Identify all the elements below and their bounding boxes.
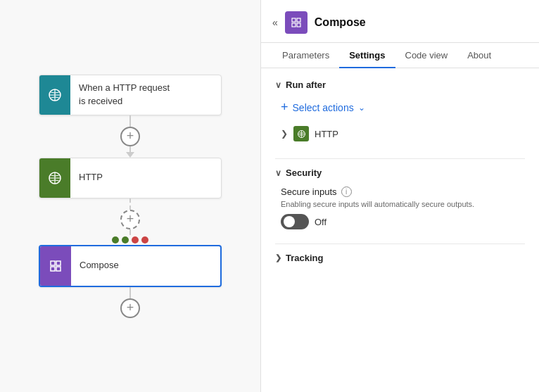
svg-rect-13 xyxy=(297,23,300,27)
select-actions-plus-icon: + xyxy=(281,100,288,115)
security-body: Secure inputs i Enabling secure inputs w… xyxy=(275,186,525,229)
select-actions-chevron-icon: ⌄ xyxy=(358,103,365,113)
line-1 xyxy=(129,115,131,127)
http-expand-icon[interactable]: ❯ xyxy=(281,129,288,139)
workflow-steps: When a HTTP requestis received + HTTP xyxy=(39,75,222,318)
secure-inputs-hint: Enabling secure inputs will automaticall… xyxy=(281,200,525,208)
panel-collapse-icon[interactable]: « xyxy=(272,17,278,28)
tab-about[interactable]: About xyxy=(457,43,501,68)
http-item-icon xyxy=(293,126,309,141)
step-http-request-label: When a HTTP requestis received xyxy=(70,76,178,113)
svg-rect-7 xyxy=(56,261,61,265)
right-panel: « Compose Parameters Settings Code view … xyxy=(261,0,539,392)
secure-inputs-label: Secure inputs xyxy=(281,186,337,197)
panel-header: « Compose xyxy=(261,0,539,43)
step-compose-label: Compose xyxy=(71,253,127,277)
step-http-icon xyxy=(39,158,70,198)
compose-header-icon xyxy=(285,11,307,34)
dot-3 xyxy=(132,236,139,244)
step-http[interactable]: HTTP xyxy=(39,158,222,198)
security-header[interactable]: ∨ Security xyxy=(275,167,525,178)
step-compose[interactable]: Compose xyxy=(39,245,222,287)
http-item-label: HTTP xyxy=(315,129,338,139)
workflow-canvas: When a HTTP requestis received + HTTP xyxy=(0,0,260,392)
add-step-2[interactable]: + xyxy=(120,210,140,229)
step-compose-icon xyxy=(40,246,71,286)
tracking-header[interactable]: ❯ Tracking xyxy=(275,253,525,263)
tracking-label: Tracking xyxy=(286,253,323,263)
svg-rect-6 xyxy=(51,261,55,265)
line-2 xyxy=(129,146,131,152)
security-toggle-icon: ∨ xyxy=(275,168,281,178)
security-label: Security xyxy=(286,167,322,178)
arrow-1 xyxy=(126,152,134,158)
toggle-knob xyxy=(284,216,295,227)
security-section: ∨ Security Secure inputs i Enabling secu… xyxy=(275,167,525,229)
connector-1: + xyxy=(120,115,140,158)
dot-2 xyxy=(122,236,129,244)
line-4 xyxy=(129,229,131,235)
line-5 xyxy=(129,287,131,298)
tracking-expand-icon: ❯ xyxy=(275,253,281,263)
connector-2: + xyxy=(120,198,140,235)
section-divider-2 xyxy=(275,244,525,244)
dot-1 xyxy=(112,236,119,244)
tracking-section: ❯ Tracking xyxy=(275,253,525,263)
secure-inputs-info-icon[interactable]: i xyxy=(341,186,352,197)
secure-inputs-row: Secure inputs i xyxy=(281,186,525,197)
select-actions-button[interactable]: + Select actions ⌄ xyxy=(281,99,525,116)
svg-rect-8 xyxy=(51,267,55,271)
tab-parameters[interactable]: Parameters xyxy=(272,43,339,68)
panel-content: ∨ Run after + Select actions ⌄ ❯ xyxy=(261,68,539,392)
panel-title: Compose xyxy=(315,16,366,29)
svg-rect-11 xyxy=(297,18,300,22)
panel-tabs: Parameters Settings Code view About xyxy=(261,43,539,68)
add-step-3[interactable]: + xyxy=(120,298,140,318)
tab-code-view[interactable]: Code view xyxy=(395,43,458,68)
svg-rect-9 xyxy=(56,267,61,271)
add-step-1[interactable]: + xyxy=(120,127,140,146)
dot-4 xyxy=(141,236,148,244)
run-after-toggle-icon: ∨ xyxy=(275,80,281,90)
tab-settings[interactable]: Settings xyxy=(339,43,395,68)
step-http-request[interactable]: When a HTTP requestis received xyxy=(39,75,222,115)
status-dots xyxy=(112,236,148,244)
http-run-after-item: ❯ HTTP xyxy=(281,123,525,144)
step-http-request-icon xyxy=(39,75,70,115)
run-after-header[interactable]: ∨ Run after xyxy=(275,80,525,90)
select-actions-label: Select actions xyxy=(293,102,354,113)
secure-inputs-toggle-row: Off xyxy=(281,214,525,229)
svg-rect-10 xyxy=(292,18,296,22)
secure-inputs-toggle[interactable] xyxy=(281,214,309,229)
line-3 xyxy=(129,198,131,210)
connector-3: + xyxy=(120,287,140,318)
section-divider-1 xyxy=(275,158,525,159)
run-after-section: ∨ Run after + Select actions ⌄ ❯ xyxy=(275,80,525,144)
run-after-body: + Select actions ⌄ ❯ xyxy=(275,99,525,144)
svg-rect-12 xyxy=(292,23,296,27)
step-http-label: HTTP xyxy=(70,165,111,189)
run-after-label: Run after xyxy=(286,80,326,90)
toggle-off-label: Off xyxy=(315,217,326,227)
